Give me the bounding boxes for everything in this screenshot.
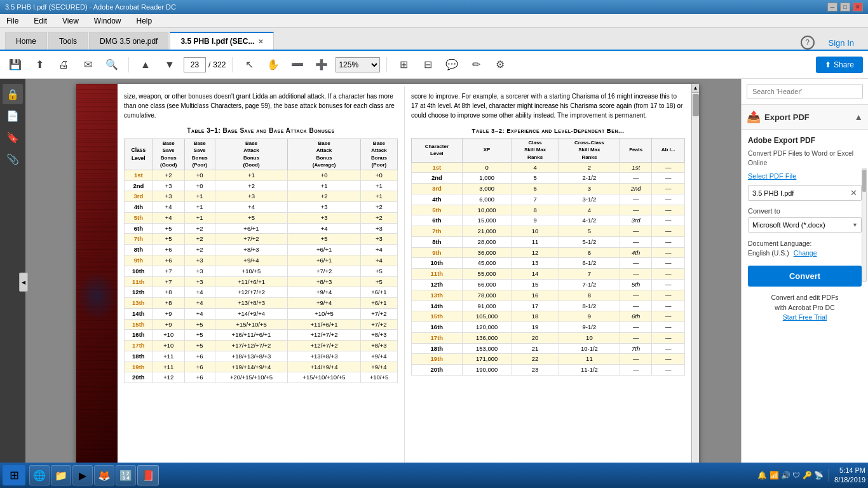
sidebar-lock-icon[interactable]: 🔒 [3, 84, 23, 104]
pdf-scrollbar[interactable]: ▲ ▼ [691, 84, 699, 480]
zoom-out-button[interactable]: ➖ [287, 55, 308, 75]
table-row: 10th+7+3+10/+5+7/+2+5 [125, 266, 398, 276]
table-cell: +2 [184, 234, 215, 245]
start-button[interactable]: ⊞ [3, 465, 25, 485]
page-number-input[interactable] [184, 57, 206, 72]
menu-view[interactable]: View [58, 15, 83, 27]
remove-file-icon[interactable]: ✕ [850, 188, 857, 198]
pdf-content-area[interactable]: size, weapon, or other bonuses doesn't g… [34, 79, 741, 485]
table-cell: +6 [184, 362, 215, 372]
table-cell: 15th [125, 319, 153, 330]
mail-button[interactable]: ✉ [78, 55, 98, 75]
table-cell: 21 [512, 343, 559, 354]
table-cell: 36,000 [462, 247, 512, 258]
maximize-button[interactable]: □ [840, 3, 850, 11]
taskbar-calculator[interactable]: 🔢 [116, 465, 136, 485]
search-doc-button[interactable]: 🔍 [102, 55, 122, 75]
panel-scrollbar[interactable] [862, 168, 867, 282]
export-section-title[interactable]: 📤 Export PDF ▲ [747, 110, 863, 124]
convert-button[interactable]: Convert [748, 266, 862, 287]
table-cell: +3 [184, 255, 215, 266]
table-cell: 7th [620, 343, 652, 354]
help-button[interactable]: ? [801, 36, 815, 50]
table-cell: +8 [153, 298, 184, 309]
save-button[interactable]: 💾 [5, 55, 25, 75]
page-separator: / [208, 60, 210, 69]
tools-more-button[interactable]: ⚙ [490, 55, 510, 75]
highlight-button[interactable]: ✏ [466, 55, 486, 75]
print-button[interactable]: 🖨 [53, 55, 74, 75]
table-cell: 11th [412, 269, 463, 280]
zoom-select[interactable]: 125% 100% 75% 150% [336, 57, 380, 72]
select-pdf-link[interactable]: Select PDF File [748, 172, 862, 180]
table-cell: +1 [215, 170, 288, 180]
tab-home[interactable]: Home [5, 32, 47, 50]
table-cell: 153,000 [462, 343, 512, 354]
table-cell: +3 [360, 234, 397, 245]
taskbar-ie[interactable]: 🌐 [29, 465, 50, 485]
table-cell: +6/+1 [360, 287, 397, 298]
menu-help[interactable]: Help [133, 15, 156, 27]
taskbar-media[interactable]: ▶ [72, 465, 93, 485]
select-tool[interactable]: ↖ [239, 55, 259, 75]
sidebar-pages-icon[interactable]: 📄 [3, 105, 23, 126]
table-cell: 6,000 [462, 194, 512, 205]
scroll-track[interactable] [692, 93, 699, 471]
taskbar-firefox[interactable]: 🦊 [94, 465, 114, 485]
header-search-input[interactable] [747, 84, 863, 99]
fit-page-button[interactable]: ⊞ [393, 55, 414, 75]
upload-button[interactable]: ⬆ [29, 55, 50, 75]
menu-edit[interactable]: Edit [30, 15, 51, 27]
table-cell: 17 [512, 301, 559, 311]
taskbar-acrobat[interactable]: 📕 [137, 465, 159, 485]
zoom-in-button[interactable]: ➕ [311, 55, 332, 75]
table-row: 1st0421st— [412, 162, 685, 173]
hand-tool[interactable]: ✋ [263, 55, 283, 75]
table-cell: 3,000 [462, 184, 512, 194]
next-page-button[interactable]: ▼ [159, 55, 180, 75]
sign-in-button[interactable]: Sign In [822, 38, 860, 48]
table-cell: — [620, 332, 652, 343]
table-row: 17th136,0002010—— [412, 332, 685, 343]
sidebar-collapse-button[interactable]: ◀ [19, 273, 28, 292]
start-free-trial-link[interactable]: Start Free Trial [783, 313, 827, 321]
scroll-thumb[interactable] [693, 94, 699, 116]
doc-language-row: Document Language: English (U.S.) Change [748, 239, 862, 257]
close-button[interactable]: ✕ [853, 3, 863, 11]
minimize-button[interactable]: ─ [827, 3, 837, 11]
separator-1 [128, 57, 129, 72]
tab-phb-close[interactable]: ✕ [258, 38, 263, 45]
panel-scroll-thumb[interactable] [862, 170, 866, 192]
t2-h-xp: XP [462, 138, 512, 162]
prev-page-button[interactable]: ▲ [135, 55, 156, 75]
sidebar-bookmarks-icon[interactable]: 🔖 [3, 127, 23, 147]
tab-tools[interactable]: Tools [48, 32, 88, 50]
table-cell: 14 [512, 269, 559, 280]
menu-window[interactable]: Window [90, 15, 125, 27]
doc-language-change[interactable]: Change [794, 249, 817, 257]
sidebar-attachments-icon[interactable]: 📎 [3, 149, 23, 169]
menu-file[interactable]: File [3, 15, 22, 27]
fit-width-button[interactable]: ⊟ [417, 55, 438, 75]
clock-display[interactable]: 5:14 PM 8/18/2019 [834, 466, 865, 485]
table-cell: +10/+5 [360, 372, 397, 383]
table-cell: 7 [559, 269, 620, 280]
table-cell: 136,000 [462, 332, 512, 343]
table-cell: — [620, 365, 652, 376]
comment-button[interactable]: 💬 [442, 55, 462, 75]
export-collapse-icon[interactable]: ▲ [854, 112, 863, 122]
convert-to-select[interactable]: Microsoft Word (*.docx) Microsoft Excel … [748, 217, 862, 233]
scroll-up-arrow[interactable]: ▲ [692, 84, 699, 93]
table-cell: +2 [153, 170, 184, 180]
taskbar-folder[interactable]: 📁 [51, 465, 71, 485]
ie-icon: 🌐 [33, 470, 46, 482]
table-cell: 8th [412, 236, 463, 247]
tab-phb[interactable]: 3.5 PHB I.pdf (SEC... ✕ [170, 32, 274, 50]
table-cell: 28,000 [462, 236, 512, 247]
tab-dmg[interactable]: DMG 3.5 one.pdf [89, 32, 168, 50]
table-cell: +17/+12/+7/+2 [215, 341, 288, 351]
share-button[interactable]: ⬆ Share [816, 57, 863, 73]
table-cell: 13th [412, 290, 463, 301]
window-title: 3.5 PHB I.pdf (SECURED) - Adobe Acrobat … [5, 3, 176, 11]
table-cell: +2 [360, 202, 397, 213]
